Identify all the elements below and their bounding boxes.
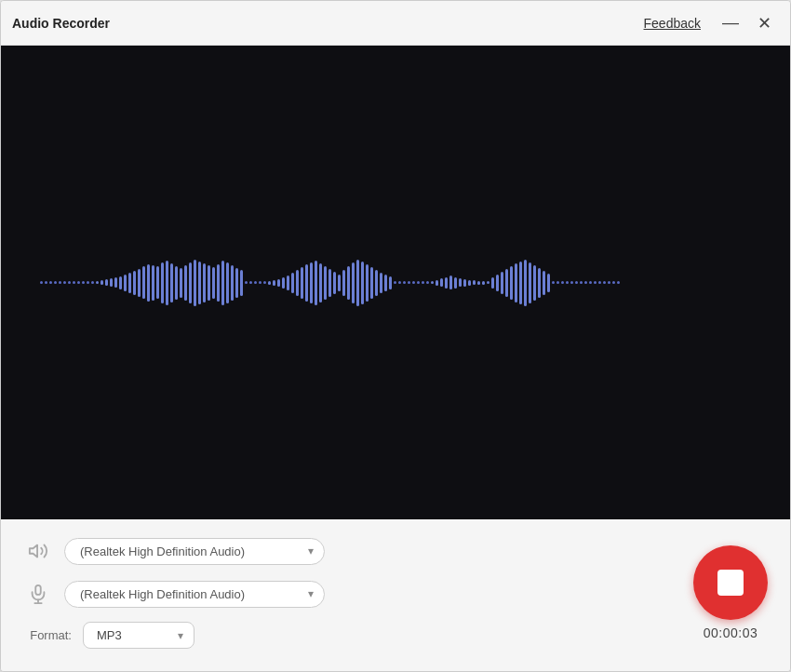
- waveform-bar: [110, 278, 113, 287]
- format-label: Format:: [23, 628, 72, 642]
- stop-button[interactable]: [693, 545, 768, 620]
- waveform-bar: [203, 263, 206, 302]
- waveform-bar: [477, 281, 480, 285]
- waveform-bar: [301, 267, 303, 299]
- title-bar-right: Feedback — ✕: [644, 8, 779, 38]
- waveform-dot: [417, 281, 420, 284]
- waveform-bar: [361, 262, 364, 304]
- waveform-bar: [347, 266, 350, 300]
- controls-left: (Realtek High Definition Audio) ▾: [23, 536, 671, 649]
- format-dropdown-wrap[interactable]: MP3 WAV FLAC AAC OGG ▾: [83, 622, 194, 649]
- mic-row: (Realtek High Definition Audio) ▾: [23, 579, 671, 609]
- mic-icon-wrap: [23, 579, 53, 609]
- waveform-bar: [231, 265, 234, 301]
- waveform-bar: [208, 265, 210, 301]
- waveform-dot: [426, 281, 429, 284]
- waveform-bar: [128, 273, 131, 293]
- waveform-bar: [315, 261, 317, 305]
- waveform-bar: [543, 271, 545, 295]
- waveform-bar: [240, 270, 243, 296]
- waveform-dot: [398, 281, 401, 284]
- waveform-dot: [77, 281, 80, 284]
- waveform-dot: [566, 281, 569, 284]
- waveform-bar: [287, 276, 289, 290]
- waveform-dot: [589, 281, 592, 284]
- waveform-dot: [594, 281, 597, 284]
- waveform-bar: [268, 281, 271, 285]
- waveform-bar: [189, 262, 192, 303]
- waveform-dot: [249, 281, 252, 284]
- waveform-bar: [384, 275, 387, 291]
- waveform-bar: [366, 264, 369, 302]
- waveform-bar: [370, 267, 373, 299]
- waveform-bar: [389, 276, 392, 289]
- waveform-bar: [454, 277, 457, 289]
- svg-marker-0: [30, 545, 37, 558]
- waveform-bar: [356, 260, 359, 306]
- timer-display: 00:00:03: [704, 625, 758, 640]
- speaker-select[interactable]: (Realtek High Definition Audio): [64, 538, 325, 565]
- waveform-bar: [291, 273, 294, 293]
- waveform-dot: [580, 281, 583, 284]
- waveform-bar: [282, 277, 285, 289]
- waveform-dot: [49, 281, 52, 284]
- mic-select[interactable]: (Realtek High Definition Audio): [64, 581, 325, 608]
- close-button[interactable]: ✕: [749, 8, 779, 38]
- waveform-bar: [147, 264, 150, 302]
- speaker-icon: [28, 541, 48, 561]
- waveform-bar: [487, 281, 489, 284]
- waveform-bar: [436, 280, 438, 286]
- waveform-bar: [296, 270, 299, 296]
- waveform-bar: [529, 262, 531, 303]
- waveform-bar: [212, 267, 215, 299]
- waveform-bar: [138, 269, 141, 297]
- waveform-bar: [152, 265, 154, 301]
- waveform-bar: [333, 272, 336, 294]
- waveform-dot: [403, 281, 406, 284]
- waveform-bar: [496, 275, 499, 291]
- waveform-bar: [473, 280, 476, 285]
- mic-dropdown-wrap[interactable]: (Realtek High Definition Audio) ▾: [64, 581, 325, 608]
- waveform-dot: [394, 281, 396, 284]
- waveform-dot: [263, 281, 266, 284]
- waveform-bar: [338, 275, 341, 291]
- waveform-bar: [114, 277, 117, 288]
- waveform-bar: [105, 279, 108, 286]
- waveform-dot: [408, 281, 410, 284]
- minimize-button[interactable]: —: [716, 8, 745, 38]
- speaker-row: (Realtek High Definition Audio) ▾: [23, 536, 671, 566]
- waveform-bar: [501, 272, 503, 294]
- waveform-bar: [101, 280, 103, 285]
- waveform-dot: [412, 281, 415, 284]
- waveform-bar: [175, 266, 178, 300]
- stop-icon: [717, 570, 744, 596]
- waveform-bar: [380, 273, 382, 293]
- waveform-dot: [87, 281, 89, 284]
- waveform-dot: [570, 281, 573, 284]
- waveform-bar: [459, 278, 462, 287]
- title-bar: Audio Recorder Feedback — ✕: [1, 1, 790, 46]
- feedback-link[interactable]: Feedback: [644, 16, 701, 31]
- controls-area: (Realtek High Definition Audio) ▾: [1, 519, 790, 671]
- waveform-bar: [505, 269, 508, 297]
- waveform-bar: [194, 260, 196, 306]
- waveform-dot: [54, 281, 57, 284]
- waveform-dot: [617, 281, 620, 284]
- app-title: Audio Recorder: [12, 16, 110, 31]
- waveform-bar: [235, 268, 238, 298]
- waveform-bar: [133, 271, 136, 295]
- waveform-bar: [184, 265, 187, 301]
- waveform-bar: [166, 261, 168, 305]
- waveform-dot: [422, 281, 424, 284]
- speaker-dropdown-wrap[interactable]: (Realtek High Definition Audio) ▾: [64, 538, 325, 565]
- format-select[interactable]: MP3 WAV FLAC AAC OGG: [83, 622, 194, 649]
- waveform-dot: [73, 281, 75, 284]
- waveform-bar: [142, 266, 145, 299]
- waveform-bar: [96, 281, 99, 284]
- waveform-bar: [119, 276, 122, 289]
- waveform-bar: [482, 281, 485, 285]
- waveform-dot: [245, 281, 248, 284]
- svg-rect-1: [35, 585, 41, 595]
- waveform-dot: [561, 281, 564, 284]
- waveform-bar: [324, 266, 327, 300]
